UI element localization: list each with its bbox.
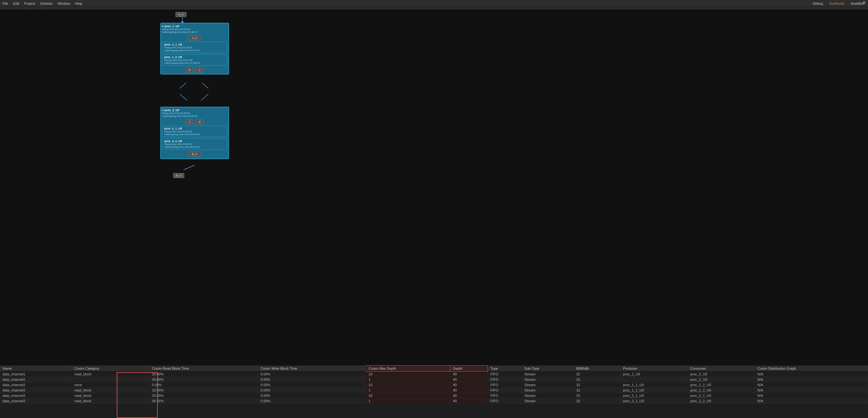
menu-help[interactable]: Help <box>75 2 82 5</box>
table-cell: read_block <box>72 371 149 377</box>
right-content: S Synthesis Summary(solution1) C Co-simu… <box>100 17 868 349</box>
table-cell: 20.00% <box>149 393 258 398</box>
menu-file[interactable]: File <box>2 2 8 5</box>
table-cell: 40 <box>450 388 488 393</box>
table-cell: proc_1_2_U0 <box>687 382 755 388</box>
table-cell: 10 <box>366 382 450 388</box>
proc1-u0-outer[interactable]: ● proc_1_U0 II(avg,max,min):25,26,25 Lat… <box>160 23 229 74</box>
bottom-minimize-btn[interactable]: ⊡ <box>858 1 861 5</box>
col-cosim-read: Cosim Read Block Time <box>149 366 258 371</box>
table-cell: N/A <box>755 393 868 398</box>
av-input-node: A_V <box>176 12 186 17</box>
table-cell: 32 <box>574 393 621 398</box>
col-cosim-dist: Cosim Distribution Graph <box>755 366 868 371</box>
table-cell: 10 <box>366 371 450 377</box>
table-cell: Stream <box>522 393 574 398</box>
table-cell: read_block <box>72 393 149 398</box>
table-cell: proc_1_1_U0 <box>620 388 687 393</box>
table-cell: 0.00% <box>149 382 258 388</box>
table-cell: 32 <box>574 398 621 404</box>
main-layout: Explorer − ✕ ▾ 📁 proj ▸ 📁 Includes ▸ 📁 <box>0 17 868 349</box>
col-type: Type <box>488 366 522 371</box>
table-cell: proc_2_1_U0 <box>620 398 687 404</box>
table-cell: 0.00% <box>258 371 366 377</box>
table-row: data_channel2read_block20.00%0.00%1040FI… <box>0 393 868 398</box>
table-row: data_channel2none0.00%0.00%1040FIFOStrea… <box>0 382 868 388</box>
av-inner-node: A_V <box>188 35 201 40</box>
table-cell: read_block <box>72 398 149 404</box>
table-cell: proc_1_U0 <box>620 371 687 377</box>
table-cell: data_channel2 <box>0 388 72 393</box>
bottom-maximize-btn[interactable]: ✕ <box>863 1 866 5</box>
proc2-2-u0-node[interactable]: proc_2_2_U0 II(avg,max,min):33,50,25 Lat… <box>162 138 227 150</box>
table-cell: N/A <box>755 398 868 404</box>
bv-inner-node: B_V <box>188 152 201 157</box>
col-cosim-cat: Cosim Category <box>72 366 149 371</box>
table-cell: 10.00% <box>149 371 258 377</box>
table-cell: data_channel2 <box>0 398 72 404</box>
table-cell: Stream <box>522 382 574 388</box>
table-cell: data_channel1 <box>0 377 72 382</box>
table-cell: 10 <box>366 393 450 398</box>
col-cosim-max-depth: Cosim Max Depth <box>366 366 450 371</box>
table-cell: 20.00% <box>149 377 258 382</box>
table-cell: 40 <box>450 382 488 388</box>
table-cell <box>620 377 687 382</box>
table-cell: proc_1_1_U0 <box>620 382 687 388</box>
svg-line-5 <box>180 94 187 100</box>
table-cell: Stream <box>522 371 574 377</box>
table-cell: FIFO <box>488 382 522 388</box>
b-output-node: B <box>186 67 193 72</box>
table-cell: 32 <box>574 377 621 382</box>
table-row: data_channel2read_block10.00%0.00%140FIF… <box>0 388 868 393</box>
col-depth: Depth <box>450 366 488 371</box>
table-cell: proc_2_U0 <box>687 371 755 377</box>
menu-bar: File Edit Project Solution Window Help D… <box>0 0 868 7</box>
table-cell: 0.00% <box>258 393 366 398</box>
svg-line-6 <box>201 94 208 100</box>
bottom-panel-controls: ⊡ ✕ <box>858 1 866 5</box>
table-cell: proc_2_2_U0 <box>687 398 755 404</box>
table-cell: data_channel2 <box>0 393 72 398</box>
table-cell: proc_2_U0 <box>687 377 755 382</box>
table-cell: N/A <box>755 382 868 388</box>
data-table: Name Cosim Category Cosim Read Block Tim… <box>0 365 868 418</box>
table-body: data_channel1read_block10.00%0.00%1040FI… <box>0 371 868 404</box>
table-cell: FIFO <box>488 388 522 393</box>
table-cell: none <box>72 382 149 388</box>
table-cell: 0.00% <box>258 388 366 393</box>
debug-btn[interactable]: Debug <box>811 1 825 6</box>
proc1-1-u0-node[interactable]: proc_1_1_U0 II(avg,max,min):25,26,25 Lat… <box>162 42 227 53</box>
col-bitwidth: BitWidth <box>574 366 621 371</box>
b-inner-node: B <box>196 119 204 124</box>
table-cell: 32 <box>574 371 621 377</box>
proc1-2-u0-node[interactable]: proc_1_2_U0 II(avg,max,min):29,37,25 Lat… <box>162 54 227 66</box>
proc2-u0-outer[interactable]: ● proc_2_U0 II(avg,max,min):33,50,25 Lat… <box>160 107 229 159</box>
table-cell: 1 <box>366 388 450 393</box>
svg-line-3 <box>180 83 186 88</box>
synthesis-btn[interactable]: Synthesis <box>827 1 846 6</box>
table-row: data_channel2read_block56.92%0.00%140FIF… <box>0 398 868 404</box>
col-name: Name <box>0 366 72 371</box>
table-cell: 40 <box>450 398 488 404</box>
table-cell: Stream <box>522 388 574 393</box>
table-cell <box>72 377 149 382</box>
table-cell: 0.00% <box>258 382 366 388</box>
svg-line-4 <box>202 83 208 88</box>
table-cell: N/A <box>755 388 868 393</box>
menu-project[interactable]: Project <box>24 2 35 5</box>
a-inner-node: A <box>186 119 193 124</box>
dataflow-svg <box>0 9 868 418</box>
table-cell: FIFO <box>488 393 522 398</box>
table-row: data_channel120.00%0.00%140FIFOStream32p… <box>0 377 868 382</box>
menu-window[interactable]: Window <box>58 2 70 5</box>
table-cell: 1 <box>366 398 450 404</box>
menu-edit[interactable]: Edit <box>13 2 19 5</box>
table-cell: 0.00% <box>258 398 366 404</box>
channel-table: Name Cosim Category Cosim Read Block Tim… <box>0 365 868 404</box>
menu-solution[interactable]: Solution <box>40 2 53 5</box>
proc2-1-u0-node[interactable]: proc_2_1_U0 II(avg,max,min):33,50,25 Lat… <box>162 126 227 137</box>
table-cell: 32 <box>574 382 621 388</box>
table-cell: 40 <box>450 371 488 377</box>
col-producer: Producer <box>620 366 687 371</box>
